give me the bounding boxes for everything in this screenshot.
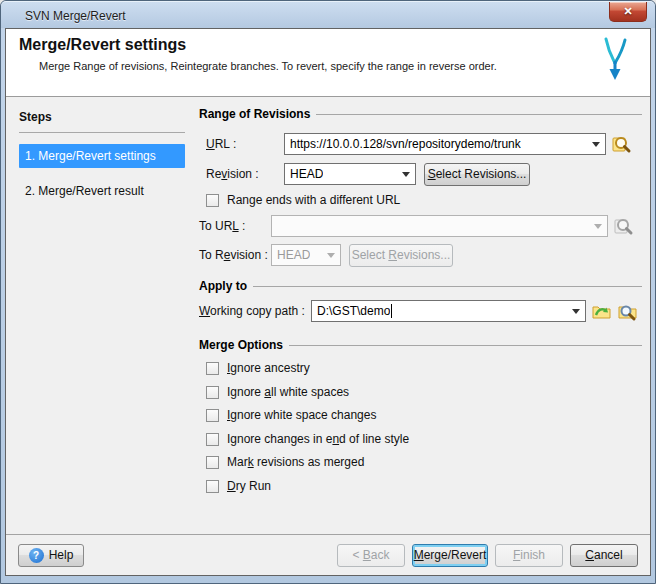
step-item-merge-revert-result[interactable]: 2. Merge/Revert result xyxy=(19,179,185,203)
option-row: Ignore ancestry xyxy=(199,360,642,376)
folder-magnifier-icon xyxy=(617,301,638,322)
group-divider xyxy=(253,286,642,287)
cancel-button[interactable]: Cancel xyxy=(570,544,638,567)
step-item-label: 1. Merge/Revert settings xyxy=(25,149,156,163)
step-item-label: 2. Merge/Revert result xyxy=(25,184,144,198)
range-of-revisions-group-header: Range of Revisions xyxy=(199,107,642,121)
option-label[interactable]: Ignore all white spaces xyxy=(227,385,349,399)
option-label[interactable]: Ignore white space changes xyxy=(227,408,376,422)
chevron-down-icon[interactable] xyxy=(567,301,585,321)
to-select-revisions-label: Select Revisions... xyxy=(352,248,451,262)
button-bar: ? Help < Back Merge/Revert Finish Cancel xyxy=(6,534,650,575)
text-cursor xyxy=(391,304,392,318)
option-label[interactable]: Mark revisions as merged xyxy=(227,455,364,469)
to-revision-label: To Revision : xyxy=(199,248,271,262)
select-revisions-button[interactable]: Select Revisions... xyxy=(424,163,530,186)
cancel-label: Cancel xyxy=(585,548,622,562)
to-url-combobox xyxy=(271,215,608,237)
steps-heading: Steps xyxy=(19,110,185,133)
checkbox-ignore-ancestry[interactable] xyxy=(206,362,219,375)
different-url-row: Range ends with a different URL xyxy=(199,192,642,208)
url-combobox[interactable]: https://10.0.0.128/svn/repositorydemo/tr… xyxy=(284,133,606,155)
option-label[interactable]: Dry Run xyxy=(227,479,271,493)
revision-label: Revision : xyxy=(199,167,284,181)
group-title: Apply to xyxy=(199,279,247,293)
magnifier-icon-disabled xyxy=(613,216,634,237)
page-subtitle: Merge Range of revisions, Reintegrate br… xyxy=(39,60,497,72)
to-revision-combobox-value: HEAD xyxy=(277,248,310,262)
svn-merge-revert-window: SVN Merge/Revert ✕ Merge/Revert settings… xyxy=(0,0,656,584)
option-row: Ignore white space changes xyxy=(199,407,642,423)
merge-revert-label: Merge/Revert xyxy=(414,548,487,562)
chevron-down-icon xyxy=(322,245,340,265)
back-button: < Back xyxy=(337,544,405,567)
checkbox-mark-revisions-merged[interactable] xyxy=(206,456,219,469)
group-divider xyxy=(289,345,642,346)
option-row: Ignore changes in end of line style xyxy=(199,431,642,447)
merge-revert-button[interactable]: Merge/Revert xyxy=(412,544,488,567)
steps-panel: Steps 1. Merge/Revert settings 2. Merge/… xyxy=(19,110,185,203)
browse-repository-button[interactable] xyxy=(611,134,632,155)
different-url-checkbox-label[interactable]: Range ends with a different URL xyxy=(227,193,400,207)
checkbox-ignore-eol-style[interactable] xyxy=(206,433,219,446)
back-label: < Back xyxy=(352,548,389,562)
checkbox-ignore-all-white-spaces[interactable] xyxy=(206,386,219,399)
checkbox-dry-run[interactable] xyxy=(206,480,219,493)
help-icon: ? xyxy=(29,548,44,563)
group-title: Range of Revisions xyxy=(199,107,310,121)
working-copy-label: Working copy path : xyxy=(199,304,311,318)
url-row: URL : https://10.0.0.128/svn/repositoryd… xyxy=(199,133,642,155)
to-select-revisions-button: Select Revisions... xyxy=(349,244,453,267)
folder-arrow-icon xyxy=(591,301,612,322)
close-button[interactable]: ✕ xyxy=(609,2,647,22)
option-row: Ignore all white spaces xyxy=(199,384,642,400)
to-url-row: To URL : xyxy=(199,215,642,237)
chevron-down-icon[interactable] xyxy=(587,134,605,154)
to-revision-combobox: HEAD xyxy=(271,244,341,266)
working-copy-row: Working copy path : D:\GST\demo xyxy=(199,300,642,322)
option-label[interactable]: Ignore changes in end of line style xyxy=(227,432,409,446)
help-button[interactable]: ? Help xyxy=(18,544,84,567)
wizard-header: Merge/Revert settings Merge Range of rev… xyxy=(6,29,650,96)
option-label[interactable]: Ignore ancestry xyxy=(227,361,310,375)
finish-button: Finish xyxy=(495,544,563,567)
apply-to-group-header: Apply to xyxy=(199,279,642,293)
settings-panel: Range of Revisions URL : https://10.0.0.… xyxy=(199,97,642,534)
finish-label: Finish xyxy=(513,548,545,562)
to-revision-row: To Revision : HEAD Select Revisions... xyxy=(199,244,642,266)
help-label: Help xyxy=(49,548,74,562)
to-url-label: To URL : xyxy=(199,219,271,233)
wizard-body: Steps 1. Merge/Revert settings 2. Merge/… xyxy=(6,96,650,534)
url-label: URL : xyxy=(199,137,284,151)
window-title: SVN Merge/Revert xyxy=(25,9,126,23)
merge-branch-icon xyxy=(598,37,632,87)
group-title: Merge Options xyxy=(199,338,283,352)
revision-combobox-value: HEAD xyxy=(290,167,323,181)
option-row: Mark revisions as merged xyxy=(199,454,642,470)
checkbox-range-ends-different-url[interactable] xyxy=(206,194,219,207)
browse-repository-button-disabled xyxy=(613,216,634,237)
dialog-surface: Merge/Revert settings Merge Range of rev… xyxy=(5,28,651,576)
page-title: Merge/Revert settings xyxy=(19,36,186,54)
checkbox-ignore-white-space-changes[interactable] xyxy=(206,409,219,422)
search-working-copy-button[interactable] xyxy=(617,301,638,322)
group-divider xyxy=(316,114,642,115)
browse-folder-button[interactable] xyxy=(591,301,612,322)
revision-combobox[interactable]: HEAD xyxy=(284,163,416,185)
chevron-down-icon[interactable] xyxy=(397,164,415,184)
magnifier-icon xyxy=(611,134,632,155)
url-combobox-value: https://10.0.0.128/svn/repositorydemo/tr… xyxy=(290,137,521,151)
working-copy-value: D:\GST\demo xyxy=(317,304,390,318)
revision-row: Revision : HEAD Select Revisions... xyxy=(199,163,642,185)
select-revisions-label: Select Revisions... xyxy=(428,167,527,181)
window-titlebar[interactable]: SVN Merge/Revert ✕ xyxy=(1,1,655,28)
working-copy-combobox[interactable]: D:\GST\demo xyxy=(311,300,586,322)
step-item-merge-revert-settings[interactable]: 1. Merge/Revert settings xyxy=(19,144,185,168)
chevron-down-icon xyxy=(589,216,607,236)
option-row: Dry Run xyxy=(199,478,642,494)
merge-options-group-header: Merge Options xyxy=(199,338,642,352)
close-icon: ✕ xyxy=(623,5,632,17)
